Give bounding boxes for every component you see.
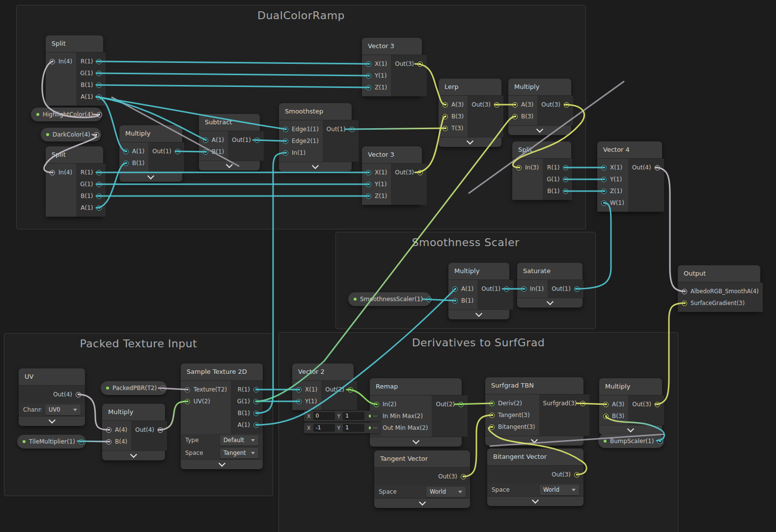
output-port[interactable] [657,439,663,444]
input-port[interactable] [452,298,458,304]
input-port[interactable] [366,170,371,175]
input-port[interactable] [123,161,129,166]
input-port[interactable] [489,401,495,406]
input-port[interactable] [512,102,518,108]
collapse-chevron[interactable] [119,172,182,182]
collapse-chevron[interactable] [181,459,263,469]
input-port[interactable] [601,189,607,194]
property-bump-scaler[interactable]: BumpScaler(1) [598,434,664,448]
input-port[interactable] [366,73,371,79]
input-port[interactable] [521,286,527,292]
collapse-chevron[interactable] [439,137,501,147]
output-port[interactable] [349,127,355,132]
input-port[interactable] [489,413,495,418]
collapse-chevron[interactable] [599,425,662,435]
input-port[interactable] [489,424,495,430]
property-dark-color[interactable]: DarkColor(4) [41,128,101,141]
input-port[interactable] [123,149,129,154]
node-multiply-ramp[interactable]: Multiply A(1) B(1) Out(1) [119,125,182,182]
output-port[interactable] [417,170,423,175]
output-port[interactable] [254,138,260,143]
property-highlight-color[interactable]: HighlightColor(4) [31,108,102,121]
remap-out-minmax-field[interactable]: X -1 Y 1 [304,422,380,433]
input-port[interactable] [601,200,607,206]
output-port[interactable] [96,94,102,100]
output-port[interactable] [96,182,102,187]
input-port[interactable] [296,387,302,392]
node-tangent-vector[interactable]: Tangent Vector Out(3) Space World [374,450,470,508]
output-port[interactable] [96,205,102,211]
input-port[interactable] [512,114,518,119]
input-port[interactable] [366,194,371,199]
input-port[interactable] [203,138,208,143]
node-saturate[interactable]: Saturate In(1) Out(1) [517,263,582,308]
input-port[interactable] [185,387,190,392]
input-port[interactable] [50,170,55,175]
collapse-chevron[interactable] [485,436,583,446]
node-smoothstep[interactable]: Smoothstep Edge1(1) Edge2(1) In(1) Out(1… [279,103,352,171]
collapse-chevron[interactable] [199,161,260,170]
node-sample-texture-2d[interactable]: Sample Texture 2D Texture(T2) UV(2) R(1)… [181,364,263,469]
input-port[interactable] [452,286,458,292]
collapse-chevron[interactable] [374,498,470,508]
input-port[interactable] [682,301,687,306]
output-port[interactable] [655,402,660,407]
node-multiply-uv[interactable]: Multiply A(4) B(4) Out(4) [102,404,165,460]
output-port[interactable] [574,472,580,477]
collapse-chevron[interactable] [370,437,462,447]
output-port[interactable] [96,59,102,64]
output-port[interactable] [175,149,180,154]
input-port[interactable] [185,399,190,404]
collapse-chevron[interactable] [102,450,165,460]
input-port[interactable] [283,127,288,132]
input-port[interactable] [366,61,371,67]
property-tile-multiplier[interactable]: TileMultiplier(1) [17,435,86,448]
node-multiply-smoothness[interactable]: Multiply A(1) B(1) Out(1) [448,263,509,319]
output-port[interactable] [76,392,81,397]
channel-dropdown[interactable]: UV0 [45,405,81,415]
input-port[interactable] [443,114,448,119]
x-value-field[interactable]: -1 [313,424,335,432]
collapse-chevron[interactable] [508,125,571,135]
input-port[interactable] [603,402,609,407]
input-port[interactable] [443,102,448,108]
node-vector3-top[interactable]: Vector 3 X(1) Y(1) Z(1) Out(3) [362,38,422,96]
output-port[interactable] [417,61,423,67]
input-port[interactable] [516,165,522,170]
node-vector3-bottom[interactable]: Vector 3 X(1) Y(1) Z(1) Out(3) [362,146,422,205]
node-uv[interactable]: UV Out(4) Channel UV0 [19,368,85,426]
output-port[interactable] [96,194,102,199]
output-port[interactable] [348,387,353,392]
output-port[interactable] [580,401,585,406]
input-port[interactable] [283,139,288,144]
node-split-3[interactable]: Split In(3) R(1) G(1) B(1) [512,141,571,200]
input-port[interactable] [374,402,379,407]
node-split-2[interactable]: Split In(4) R(1) G(1) B(1) A(1) [46,146,103,217]
output-port[interactable] [94,132,99,138]
output-port[interactable] [97,112,102,117]
output-port[interactable] [79,439,84,445]
type-dropdown[interactable]: Default [220,435,258,446]
input-port[interactable] [366,182,371,187]
output-port[interactable] [655,165,660,170]
input-port[interactable] [366,85,371,90]
collapse-chevron[interactable] [448,309,509,319]
y-value-field[interactable]: 1 [343,424,364,432]
input-port[interactable] [601,165,607,170]
space-dropdown[interactable]: World [540,485,579,495]
node-vector2[interactable]: Vector 2 X(1) Y(1) Out(2) [292,364,354,410]
output-port[interactable] [458,402,464,407]
output-port[interactable] [96,170,102,175]
input-port[interactable] [296,399,302,404]
node-multiply-color[interactable]: Multiply A(3) B(3) Out(3) [508,79,571,135]
space-dropdown[interactable]: Tangent [220,448,258,458]
input-port[interactable] [682,289,687,294]
collapse-chevron[interactable] [487,496,583,506]
output-port[interactable] [253,399,259,404]
output-port[interactable] [494,102,499,108]
output-port[interactable] [158,427,163,433]
output-port[interactable] [426,297,432,302]
node-multiply-bump[interactable]: Multiply A(3) B(3) Out(3) [599,378,662,435]
y-value-field[interactable]: 1 [343,412,364,420]
output-port[interactable] [253,411,259,416]
